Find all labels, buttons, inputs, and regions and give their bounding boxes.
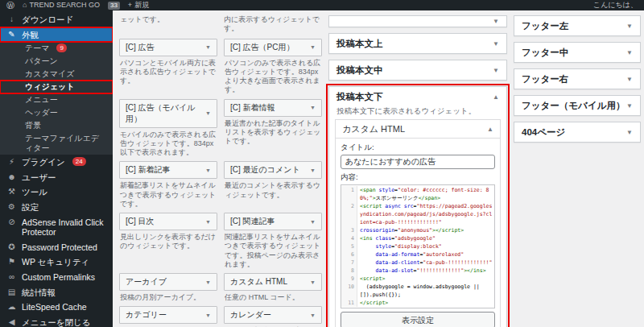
chevron-down-icon[interactable]: ▼: [310, 105, 316, 110]
widget-description: カテゴリーリストやドロップダウン。: [119, 324, 217, 327]
sidebar-item-theme-file-editor[interactable]: テーマファイルエディター: [0, 132, 113, 155]
available-widget-header[interactable]: [C] 目次▼: [119, 213, 217, 230]
comments-link[interactable]: 33: [108, 2, 120, 10]
widget-area-panel-partial[interactable]: ▼: [328, 15, 507, 27]
sidebar-item-customize[interactable]: カスタマイズ: [0, 68, 113, 81]
chevron-up-icon[interactable]: ▲: [493, 93, 499, 101]
sidebar-item-settings[interactable]: ⚙設定: [0, 200, 113, 215]
widget-area-panel: フッター右▼: [514, 68, 641, 89]
available-widget-header[interactable]: [C] 最近のコメント▼: [224, 161, 322, 179]
available-widget-header[interactable]: [C] 広告（PC用）▼: [224, 39, 322, 56]
chevron-down-icon[interactable]: ▼: [205, 110, 211, 116]
sidebar-item-users[interactable]: ☻ユーザー: [0, 170, 113, 185]
widgets-screen: ェットです。 内に表示するウィジェットです。 [C] 広告▼パソコンとモバイル両…: [113, 10, 644, 327]
sidebar-item-tools[interactable]: ⚒ツール: [0, 184, 113, 200]
wordpress-logo-menu[interactable]: Ⓦ: [6, 0, 14, 10]
widget-area-header[interactable]: フッター中▼: [514, 43, 640, 62]
available-widget-header[interactable]: [C] 広告▼: [119, 39, 217, 56]
stats-icon: ▤: [6, 288, 17, 297]
chevron-down-icon[interactable]: ▼: [626, 76, 633, 83]
chevron-down-icon[interactable]: ▼: [310, 168, 316, 173]
chevron-down-icon[interactable]: ▼: [205, 279, 211, 285]
widget-area-header[interactable]: 投稿本文上▼: [329, 34, 506, 53]
tools-icon: ⚒: [6, 187, 17, 197]
widget-area-title: フッター左: [522, 20, 568, 32]
widget-area-panel: フッター左▼: [514, 15, 641, 36]
chevron-down-icon[interactable]: ▼: [310, 313, 316, 318]
widget-area-header[interactable]: フッター（モバイル用）▼: [514, 96, 640, 115]
available-widget: [C] 広告（モバイル用）▼モバイルのみで表示される広告ウィジェットです。834…: [119, 99, 217, 159]
code-text: data-ad-format="autorelaxed": [357, 250, 494, 259]
available-widget-header[interactable]: [C] 新着情報▼: [224, 99, 322, 117]
sidebar-item-wp-security[interactable]: ⚑WP セキュリティ: [0, 255, 113, 270]
code-line: 11</script>: [341, 299, 494, 307]
custom-html-widget-header[interactable]: カスタム HTML ▲: [336, 120, 500, 139]
chevron-down-icon[interactable]: ▼: [626, 23, 633, 30]
widget-area-header[interactable]: 404ページ▼: [514, 122, 640, 142]
chevron-down-icon[interactable]: ▼: [493, 67, 499, 74]
available-widgets-grid: [C] 広告▼パソコンとモバイル両方に表示される広告ウィジェットです。[C] 広…: [119, 39, 322, 327]
sidebar-item-custom-permalinks[interactable]: ∞Custom Permalinks: [0, 270, 113, 285]
widget-areas-column: ▼ 投稿本文上▼投稿本文中▼ 投稿本文下 ▲ 投稿本文下に表示されるウィジェット…: [328, 15, 507, 327]
widget-title: カスタム HTML: [342, 123, 405, 135]
line-number: 1: [341, 186, 357, 202]
new-content-link[interactable]: + 新規: [128, 0, 149, 10]
widget-description: 見出しリンクを表示するだけのウィジェットです。: [119, 230, 217, 253]
sidebar-item-background[interactable]: 背景: [0, 119, 113, 132]
chevron-down-icon[interactable]: ▼: [310, 279, 316, 285]
widget-description: サイトの投稿カレンダー。: [224, 324, 322, 327]
custom-html-code-editor[interactable]: 1<span style="color: #cccccc; font-size:…: [341, 184, 495, 308]
chevron-down-icon[interactable]: ▼: [493, 40, 499, 48]
available-widget-header[interactable]: [C] 広告（モバイル用）▼: [119, 99, 217, 128]
sidebar-item-themes[interactable]: テーマ9: [0, 42, 113, 55]
widget-area-header[interactable]: フッター左▼: [514, 16, 640, 35]
chevron-down-icon[interactable]: ▼: [310, 219, 316, 225]
title-field[interactable]: [341, 155, 495, 169]
code-line: 9<script>: [341, 275, 494, 283]
line-number: 4: [341, 234, 357, 242]
chevron-down-icon[interactable]: ▼: [205, 168, 211, 173]
sidebar-item-password-protected[interactable]: ✪Password Protected: [0, 240, 113, 255]
line-number: 5: [341, 242, 357, 250]
line-number: 9: [341, 275, 357, 283]
chevron-up-icon[interactable]: ▲: [487, 126, 493, 133]
sidebar-item-patterns[interactable]: パターン: [0, 55, 113, 68]
available-widget: アーカイブ▼投稿の月別アーカイブ。: [119, 273, 217, 304]
widget-area-panel: 404ページ▼: [514, 122, 641, 143]
site-name-link[interactable]: ⌂ TREND SEARCH GO: [23, 0, 100, 10]
sidebar-item-adsense-icp[interactable]: ⊘AdSense Invalid Click Protector: [0, 215, 113, 240]
chevron-down-icon[interactable]: ▼: [310, 44, 316, 50]
chevron-down-icon[interactable]: ▼: [205, 313, 211, 318]
available-widget-header[interactable]: カスタム HTML▼: [224, 273, 322, 291]
available-widget-header[interactable]: [C] 関連記事▼: [224, 213, 322, 230]
code-text: </script>: [357, 299, 494, 307]
widget-area-header[interactable]: フッター右▼: [514, 69, 640, 89]
widget-area-header[interactable]: 投稿本文下 ▲: [329, 87, 506, 106]
sidebar-item-menus[interactable]: メニュー: [0, 93, 113, 106]
chevron-down-icon[interactable]: ▼: [626, 129, 633, 136]
chevron-down-icon[interactable]: ▼: [205, 219, 211, 225]
available-widget-header[interactable]: カテゴリー▼: [119, 306, 217, 324]
chevron-down-icon[interactable]: ▼: [626, 49, 633, 56]
sidebar-item-collapse-menu[interactable]: ◀メニューを閉じる: [0, 315, 113, 327]
display-settings-button[interactable]: 表示設定: [341, 312, 495, 327]
widget-title: カスタム HTML: [230, 276, 287, 288]
sidebar-item-appearance[interactable]: ✎外観: [0, 27, 113, 43]
chevron-down-icon[interactable]: ▼: [626, 102, 633, 110]
sidebar-item-header[interactable]: ヘッダー: [0, 106, 113, 119]
widget-area-header[interactable]: 投稿本文中▼: [329, 60, 506, 80]
sidebar-item-downloads[interactable]: ↓ダウンロード: [0, 12, 113, 27]
custom-html-widget-form: タイトル: 内容: 1<span style="color: #cccccc; …: [336, 139, 500, 327]
available-widget-header[interactable]: カレンダー▼: [224, 306, 322, 324]
sidebar-item-litespeed-cache[interactable]: ☁LiteSpeed Cache: [0, 300, 113, 315]
sidebar-item-label: Password Protected: [22, 242, 97, 253]
sidebar-item-plugins[interactable]: ⚡プラグイン24: [0, 155, 113, 170]
sidebar-item-widgets[interactable]: ウィジェット: [0, 81, 113, 93]
widget-area-title: 投稿本文上: [336, 38, 383, 50]
sidebar-item-label: テーマファイルエディター: [25, 134, 106, 153]
available-widget-header[interactable]: [C] 新着記事▼: [119, 161, 217, 179]
chevron-down-icon[interactable]: ▼: [205, 44, 211, 50]
available-widget-header[interactable]: アーカイブ▼: [119, 273, 217, 291]
howdy-link[interactable]: こんにちは、: [593, 0, 638, 10]
sidebar-item-statistics[interactable]: ▤統計情報: [0, 285, 113, 300]
